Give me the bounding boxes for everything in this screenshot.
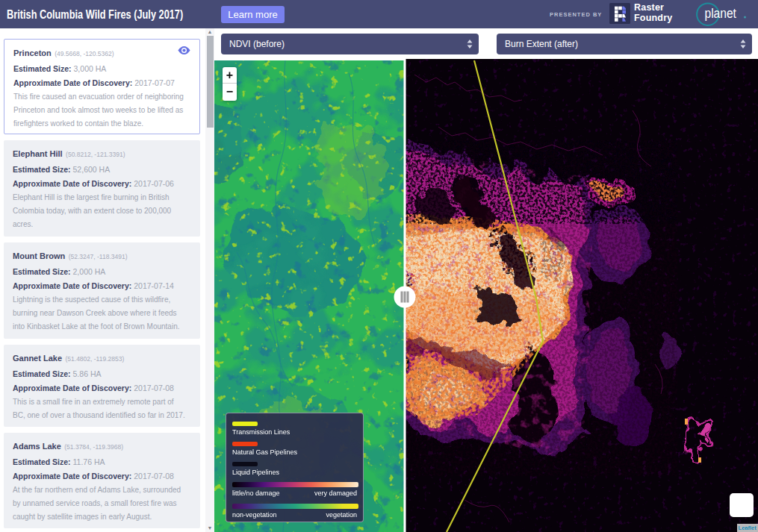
svg-text:planet: planet	[705, 5, 737, 22]
